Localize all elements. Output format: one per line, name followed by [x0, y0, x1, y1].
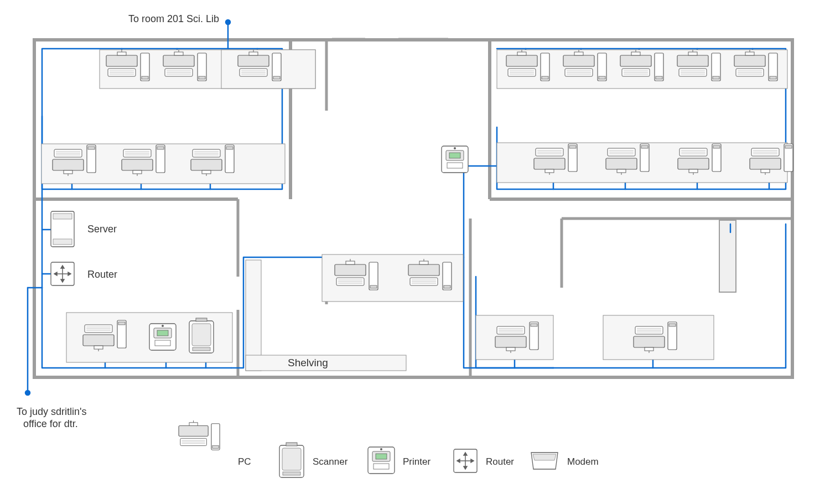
scanner-icon	[189, 318, 214, 353]
network-floor-plan-diagram: To room 201 Sci. Lib To judy sdritlin's …	[0, 0, 830, 504]
svg-rect-86	[246, 260, 261, 371]
legend-modem-label: Modem	[567, 456, 599, 467]
legend-router-label: Router	[486, 456, 514, 467]
svg-rect-41	[719, 220, 736, 292]
router-icon	[454, 449, 477, 472]
server-label: Server	[87, 224, 117, 235]
shelving-label: Shelving	[288, 357, 328, 368]
external-link-bottom-label-1: To judy sdritlin's	[17, 406, 86, 417]
router-icon	[51, 262, 74, 285]
svg-point-51	[226, 20, 230, 24]
legend-scanner-label: Scanner	[313, 456, 348, 467]
legend-printer-label: Printer	[403, 456, 430, 467]
server-icon	[51, 211, 74, 247]
printer-icon	[368, 447, 395, 474]
legend: PC Scanner Printer Router Modem	[179, 420, 599, 477]
scanner-icon	[279, 443, 304, 477]
pc-icon	[179, 420, 220, 450]
printer-icon	[442, 146, 468, 173]
printer-icon	[149, 324, 176, 350]
legend-pc-label: PC	[238, 456, 251, 467]
furniture-and-equipment	[42, 50, 793, 371]
modem-icon	[531, 453, 558, 469]
external-link-bottom-label-2: office for dtr.	[23, 418, 78, 429]
svg-point-57	[25, 391, 30, 395]
external-link-top-label: To room 201 Sci. Lib	[128, 13, 219, 24]
router-label: Router	[87, 269, 117, 280]
